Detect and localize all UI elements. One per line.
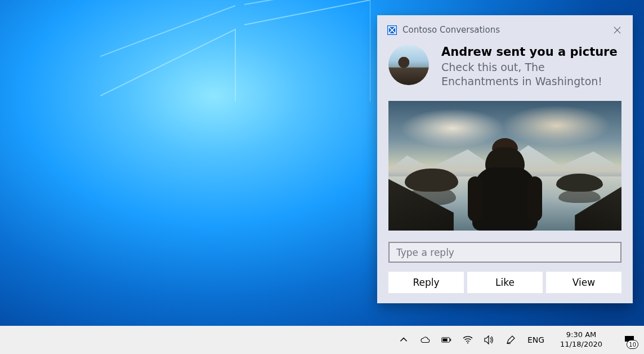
ink-workspace-tray[interactable] (505, 334, 516, 346)
close-button[interactable] (609, 22, 625, 38)
app-name: Contoso Conversations (402, 25, 609, 35)
volume-tray[interactable] (484, 334, 495, 346)
notification-badge: 10 (627, 340, 638, 349)
svg-line-0 (100, 6, 235, 56)
svg-line-3 (244, 0, 370, 25)
app-icon (387, 25, 397, 35)
taskbar: ENG 9:30 AM 11/18/2020 10 (0, 326, 644, 354)
svg-line-1 (244, 0, 370, 5)
pen-icon (506, 335, 516, 345)
battery-tray[interactable] (441, 334, 452, 346)
battery-icon (441, 335, 451, 345)
like-button[interactable]: Like (467, 272, 543, 293)
reply-button[interactable]: Reply (388, 272, 464, 293)
toast-body: Andrew sent you a picture Check this out… (377, 40, 633, 88)
toast-header: Contoso Conversations (377, 15, 633, 40)
chevron-up-icon (399, 335, 409, 345)
svg-rect-11 (450, 339, 451, 341)
svg-line-2 (100, 29, 235, 96)
toast-buttons: Reply Like View (388, 272, 621, 293)
sender-avatar (388, 45, 429, 85)
view-button[interactable]: View (546, 272, 621, 293)
wifi-icon (463, 335, 473, 345)
close-icon (614, 26, 621, 34)
cloud-icon (420, 335, 430, 345)
windows-logo-light (100, 0, 370, 101)
notification-body: Check this out, The Enchantments in Wash… (441, 60, 621, 88)
clock-date: 11/18/2020 (560, 340, 602, 349)
clock-time: 9:30 AM (560, 330, 602, 340)
speaker-icon (484, 335, 494, 345)
notification-title: Andrew sent you a picture (441, 45, 621, 59)
svg-rect-10 (442, 339, 447, 342)
tray-overflow-button[interactable] (398, 334, 409, 346)
svg-point-12 (467, 342, 468, 343)
wifi-tray[interactable] (462, 334, 473, 346)
onedrive-tray[interactable] (419, 334, 431, 346)
system-tray: ENG 9:30 AM 11/18/2020 10 (398, 326, 642, 354)
reply-input[interactable] (388, 242, 621, 263)
notification-toast: Contoso Conversations Andrew sent you a … (377, 15, 633, 303)
notification-hero-image (388, 101, 621, 231)
action-center-button[interactable]: 10 (617, 326, 642, 354)
taskbar-clock[interactable]: 9:30 AM 11/18/2020 (556, 330, 607, 349)
language-indicator[interactable]: ENG (526, 335, 545, 344)
